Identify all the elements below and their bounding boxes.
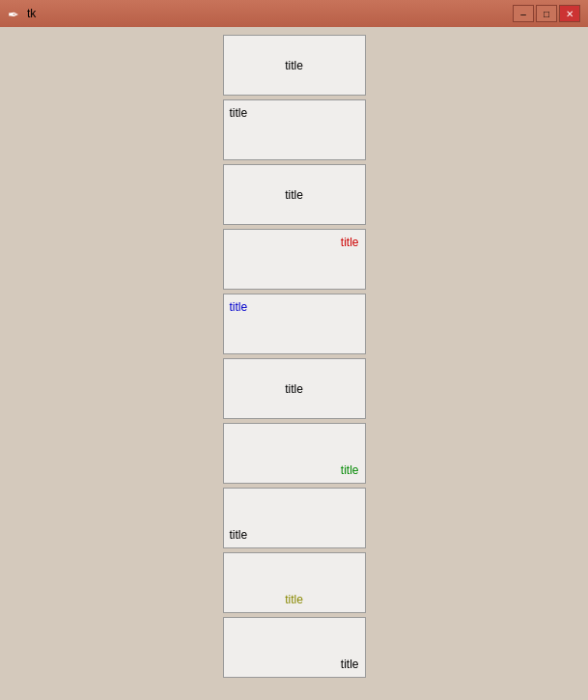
label-box-10: title xyxy=(223,617,366,678)
label-text-10: title xyxy=(341,658,359,671)
label-text-9: title xyxy=(285,593,303,606)
title-bar-left: ✒ tk xyxy=(8,7,36,20)
label-text-8: title xyxy=(230,528,248,542)
label-box-8: title xyxy=(223,488,366,548)
title-bar-title: tk xyxy=(27,7,36,20)
label-text-4: title xyxy=(341,236,359,249)
label-box-5: title xyxy=(223,294,366,354)
minimize-button[interactable]: – xyxy=(513,5,534,22)
title-bar-controls: – □ ✕ xyxy=(513,5,580,22)
close-button[interactable]: ✕ xyxy=(559,5,580,22)
label-box-3: title xyxy=(223,164,366,225)
main-content: titletitletitletitletitletitletitletitle… xyxy=(0,27,588,700)
label-text-3: title xyxy=(285,188,303,202)
label-text-7: title xyxy=(341,463,359,477)
app-icon: ✒ xyxy=(8,7,21,20)
label-box-6: title xyxy=(223,358,366,419)
label-text-1: title xyxy=(285,59,303,72)
label-text-2: title xyxy=(230,106,248,120)
label-box-7: title xyxy=(223,423,366,484)
maximize-button[interactable]: □ xyxy=(536,5,557,22)
label-text-6: title xyxy=(285,382,303,396)
title-bar: ✒ tk – □ ✕ xyxy=(0,0,588,27)
label-text-5: title xyxy=(230,300,248,314)
label-box-4: title xyxy=(223,229,366,290)
label-box-2: title xyxy=(223,99,366,160)
label-box-1: title xyxy=(223,35,366,96)
label-box-9: title xyxy=(223,552,366,613)
